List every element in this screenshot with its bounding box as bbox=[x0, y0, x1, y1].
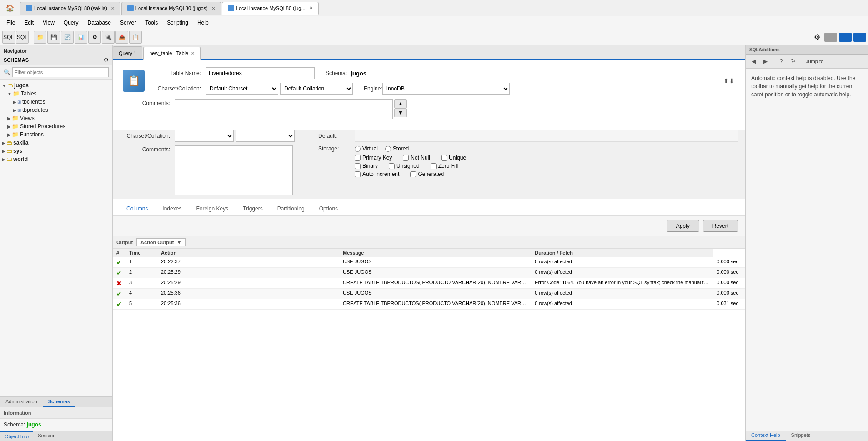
right-panel-tab-snippets[interactable]: Snippets bbox=[786, 431, 816, 441]
storage-virtual-label[interactable]: Virtual bbox=[355, 145, 378, 152]
not-null-label[interactable]: Not Null bbox=[403, 155, 430, 161]
tree-item-sys[interactable]: ▶ 🗃 sys bbox=[0, 147, 112, 155]
editor-tab-triggers[interactable]: Triggers bbox=[236, 203, 269, 215]
zero-fill-label[interactable]: Zero Fill bbox=[431, 163, 458, 169]
auto-increment-label[interactable]: Auto Increment bbox=[355, 171, 399, 177]
filter-objects-input[interactable] bbox=[12, 67, 109, 77]
menu-database[interactable]: Database bbox=[83, 18, 115, 28]
output-dropdown[interactable]: Action Output ▼ bbox=[136, 238, 186, 246]
menu-scripting[interactable]: Scripting bbox=[162, 18, 193, 28]
nav-forward-btn[interactable]: ▶ bbox=[760, 56, 770, 66]
table-row[interactable]: ✔ 2 20:25:29 USE JUGOS 0 row(s) affected… bbox=[113, 268, 745, 278]
tree-item-tables[interactable]: ▼ 📁 Tables bbox=[0, 90, 112, 98]
not-null-checkbox[interactable] bbox=[403, 155, 409, 161]
collation-select2[interactable] bbox=[236, 130, 295, 142]
right-panel-tab-context-help[interactable]: Context Help bbox=[746, 431, 786, 441]
toolbar-btn3[interactable]: 📁 bbox=[34, 31, 46, 44]
tree-item-world[interactable]: ▶ 🗃 world bbox=[0, 155, 112, 163]
home-icon[interactable]: 🏠 bbox=[4, 2, 16, 15]
nav-back-btn[interactable]: ◀ bbox=[748, 56, 758, 66]
editor-tab-options[interactable]: Options bbox=[313, 203, 344, 215]
editor-tab-partitioning[interactable]: Partitioning bbox=[271, 203, 311, 215]
tab-jug-active[interactable]: Local instance MySQL80 (jug... ✕ bbox=[222, 2, 319, 15]
scroll-up-btn[interactable]: ▲ bbox=[394, 99, 407, 108]
menu-query[interactable]: Query bbox=[59, 18, 83, 28]
toolbar-btn9[interactable]: 📤 bbox=[115, 31, 128, 44]
generated-checkbox[interactable] bbox=[410, 171, 416, 177]
primary-key-checkbox[interactable] bbox=[355, 155, 361, 161]
toolbar-btn4[interactable]: 💾 bbox=[47, 31, 60, 44]
menu-help[interactable]: Help bbox=[193, 18, 213, 28]
tab-session[interactable]: Session bbox=[33, 431, 60, 441]
table-row[interactable]: ✖ 3 20:25:29 CREATE TABLE TBPRODUCTOS( P… bbox=[113, 278, 745, 289]
toolbar-sql-btn2[interactable]: SQL bbox=[16, 31, 29, 44]
charset-select[interactable]: Default Charset bbox=[206, 83, 278, 95]
binary-label[interactable]: Binary bbox=[355, 163, 378, 169]
editor-tab-columns[interactable]: Columns bbox=[120, 203, 154, 215]
unique-checkbox[interactable] bbox=[441, 155, 447, 161]
menu-edit[interactable]: Edit bbox=[20, 18, 38, 28]
gear-icon[interactable]: ⚙ bbox=[812, 32, 823, 43]
tab-jugos[interactable]: Local instance MySQL80 (jugos) ✕ bbox=[121, 2, 221, 15]
tab-administration[interactable]: Administration bbox=[0, 397, 43, 407]
sidebar-settings-icon[interactable]: ⚙ bbox=[104, 57, 109, 63]
unsigned-label[interactable]: Unsigned bbox=[389, 163, 420, 169]
storage-stored-label[interactable]: Stored bbox=[385, 145, 409, 152]
close-tab-sakila[interactable]: ✕ bbox=[111, 6, 115, 11]
zero-fill-checkbox[interactable] bbox=[431, 163, 437, 169]
tree-item-tbclientes[interactable]: ▶ ⊞ tbclientes bbox=[0, 98, 112, 106]
menu-file[interactable]: File bbox=[2, 18, 20, 28]
default-input[interactable] bbox=[355, 130, 738, 142]
toolbar-btn8[interactable]: 🔌 bbox=[102, 31, 115, 44]
auto-increment-checkbox[interactable] bbox=[355, 171, 361, 177]
primary-key-label[interactable]: Primary Key bbox=[355, 155, 392, 161]
unsigned-checkbox[interactable] bbox=[389, 163, 395, 169]
tree-item-tbprodutos[interactable]: ▶ ⊞ tbprodutos bbox=[0, 106, 112, 114]
charset-select2[interactable] bbox=[175, 130, 234, 142]
toolbar-btn6[interactable]: 📊 bbox=[75, 31, 87, 44]
layout-icon-blue1[interactable] bbox=[839, 33, 852, 42]
toolbar-sql-btn1[interactable]: SQL bbox=[2, 31, 15, 44]
tab-sakila[interactable]: Local instance MySQL80 (sakila) ✕ bbox=[20, 2, 120, 15]
tree-item-views[interactable]: ▶ 📁 Views bbox=[0, 114, 112, 122]
toolbar-btn7[interactable]: ⚙ bbox=[88, 31, 101, 44]
scroll-down-btn[interactable]: ▼ bbox=[394, 108, 407, 117]
storage-stored-radio[interactable] bbox=[385, 146, 391, 152]
tab-schemas[interactable]: Schemas bbox=[43, 397, 75, 407]
menu-server[interactable]: Server bbox=[115, 18, 140, 28]
comments-textarea[interactable] bbox=[175, 99, 393, 119]
table-row[interactable]: ✔ 5 20:25:36 CREATE TABLE TBPRODUCTOS( P… bbox=[113, 299, 745, 310]
content-tab-newtable[interactable]: new_table - Table ✕ bbox=[143, 47, 201, 60]
column-comments-textarea[interactable] bbox=[175, 145, 293, 195]
collation-select[interactable]: Default Collation bbox=[280, 83, 353, 95]
layout-icon-blue2[interactable] bbox=[853, 33, 866, 42]
generated-label[interactable]: Generated bbox=[410, 171, 444, 177]
content-tab-query1[interactable]: Query 1 bbox=[113, 46, 142, 59]
engine-select[interactable]: InnoDB bbox=[382, 83, 510, 95]
collapse-button[interactable]: ⬆⬇ bbox=[723, 77, 734, 85]
help-icon2-btn[interactable]: ?² bbox=[788, 56, 798, 66]
binary-checkbox[interactable] bbox=[355, 163, 361, 169]
table-row[interactable]: ✔ 1 20:22:37 USE JUGOS 0 row(s) affected… bbox=[113, 257, 745, 268]
close-newtable-tab[interactable]: ✕ bbox=[191, 51, 195, 56]
table-name-input[interactable] bbox=[206, 67, 315, 79]
tree-item-functions[interactable]: ▶ 📁 Functions bbox=[0, 130, 112, 139]
unique-label[interactable]: Unique bbox=[441, 155, 466, 161]
editor-tab-foreign-keys[interactable]: Foreign Keys bbox=[190, 203, 235, 215]
help-icon-btn[interactable]: ? bbox=[776, 56, 786, 66]
table-row[interactable]: ✔ 4 20:25:36 USE JUGOS 0 row(s) affected… bbox=[113, 289, 745, 299]
tab-object-info[interactable]: Object Info bbox=[0, 431, 33, 441]
layout-icon-gray[interactable] bbox=[824, 33, 837, 42]
editor-tab-indexes[interactable]: Indexes bbox=[156, 203, 188, 215]
toolbar-btn5[interactable]: 🔄 bbox=[61, 31, 74, 44]
tree-item-jugos[interactable]: ▼ 🗃 jugos bbox=[0, 81, 112, 90]
close-tab-jug[interactable]: ✕ bbox=[309, 5, 313, 10]
apply-button[interactable]: Apply bbox=[667, 220, 699, 232]
output-scroll[interactable]: # Time Action Message Duration / Fetch ✔… bbox=[113, 249, 745, 441]
close-tab-jugos[interactable]: ✕ bbox=[211, 6, 215, 11]
tree-item-stored-procedures[interactable]: ▶ 📁 Stored Procedures bbox=[0, 122, 112, 130]
menu-tools[interactable]: Tools bbox=[140, 18, 162, 28]
toolbar-btn10[interactable]: 📋 bbox=[129, 31, 142, 44]
menu-view[interactable]: View bbox=[38, 18, 59, 28]
tree-item-sakila[interactable]: ▶ 🗃 sakila bbox=[0, 139, 112, 147]
